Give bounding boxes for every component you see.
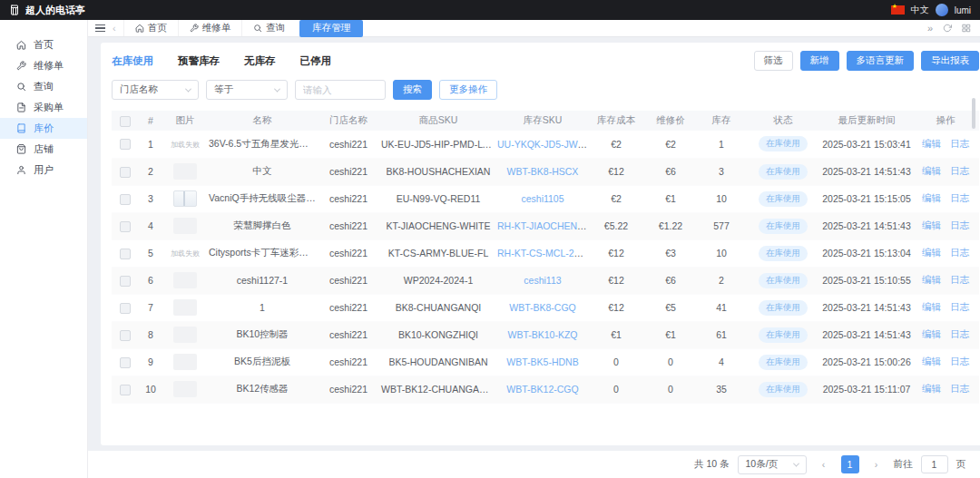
language-switcher[interactable]: 中文: [911, 4, 929, 16]
store-name: ceshi221: [317, 239, 380, 267]
edit-link[interactable]: 编辑: [922, 274, 941, 285]
sidebar-item-book[interactable]: 库价: [0, 118, 87, 139]
sidebar-item-shop[interactable]: 店铺: [0, 139, 87, 160]
more-actions-button[interactable]: 更多操作: [439, 80, 497, 100]
operator-select[interactable]: 等于: [206, 80, 288, 100]
username[interactable]: lumi: [955, 5, 971, 15]
store-name: ceshi221: [317, 212, 380, 239]
sidebar-item-user[interactable]: 用户: [0, 160, 87, 180]
table-row: 6 ceshi1127-1 ceshi221 WP2024-2024-1 ces…: [112, 267, 979, 294]
row-checkbox[interactable]: [120, 385, 131, 395]
stock-quantity: 41: [698, 294, 745, 321]
page-number-button[interactable]: 1: [841, 455, 859, 473]
nav-tab-label: 库存管理: [312, 22, 350, 34]
edit-link[interactable]: 编辑: [922, 219, 941, 230]
product-image: [173, 381, 197, 397]
table-row: 4 荣慧脚撑白色 ceshi221 KT-JIAOCHENG-WHITE RH-…: [112, 212, 979, 239]
stock-sku-link[interactable]: WBT-BK10-KZQ: [507, 329, 577, 340]
row-checkbox[interactable]: [120, 167, 131, 178]
sidebar-item-wrench[interactable]: 维修单: [0, 55, 87, 76]
edit-link[interactable]: 编辑: [922, 301, 941, 312]
nav-tab[interactable]: 查询: [241, 20, 296, 36]
edit-link[interactable]: 编辑: [922, 328, 941, 339]
row-checkbox[interactable]: [120, 194, 131, 205]
select-all-checkbox[interactable]: [120, 116, 131, 127]
edit-link[interactable]: 编辑: [922, 247, 941, 258]
filter-tab[interactable]: 在库使用: [112, 54, 153, 68]
store-name: ceshi221: [317, 376, 380, 403]
forward-tabs-icon[interactable]: »: [927, 23, 933, 34]
stock-sku-link[interactable]: UU-YKQK-JD5-JW-PMD-2109: [497, 139, 589, 150]
log-link[interactable]: 日志: [950, 138, 969, 149]
multilang-update-button[interactable]: 多语言更新: [847, 51, 915, 71]
log-link[interactable]: 日志: [950, 328, 969, 339]
stock-sku-link[interactable]: ceshi113: [524, 275, 561, 286]
table-row: 1 加载失败 36V-6.5寸五角星发光带跑马灯... ceshi221 UK-…: [112, 131, 979, 158]
refresh-icon[interactable]: [943, 24, 952, 33]
filter-tab[interactable]: 已停用: [300, 54, 332, 68]
user-icon: [16, 165, 26, 175]
stock-sku-link[interactable]: WBT-BK5-HDNB: [506, 356, 578, 367]
log-link[interactable]: 日志: [950, 192, 969, 203]
row-index: 3: [139, 185, 162, 212]
add-button[interactable]: 新增: [800, 51, 839, 71]
log-link[interactable]: 日志: [950, 383, 969, 394]
row-checkbox[interactable]: [120, 330, 131, 341]
product-image: 加载失败: [171, 140, 200, 150]
row-index: 1: [139, 131, 162, 158]
next-page-button[interactable]: ›: [867, 455, 886, 473]
sidebar-item-home[interactable]: 首页: [0, 34, 87, 55]
edit-link[interactable]: 编辑: [922, 356, 941, 366]
sidebar-item-label: 用户: [34, 163, 54, 177]
row-checkbox[interactable]: [120, 139, 131, 150]
status-badge: 在库使用: [759, 382, 808, 397]
repair-price: €1: [643, 185, 698, 212]
row-checkbox[interactable]: [120, 303, 131, 314]
edit-link[interactable]: 编辑: [922, 383, 941, 394]
row-checkbox[interactable]: [120, 357, 131, 368]
log-link[interactable]: 日志: [950, 219, 969, 230]
filter-tab[interactable]: 无库存: [244, 54, 276, 68]
search-icon: [16, 82, 26, 92]
stock-quantity: 1: [698, 131, 745, 158]
search-input[interactable]: [295, 80, 386, 100]
search-button[interactable]: 搜索: [393, 80, 432, 100]
log-link[interactable]: 日志: [950, 165, 969, 176]
stock-sku-link[interactable]: WBT-BK8-HSCX: [507, 166, 579, 177]
stock-sku-link[interactable]: RH-KT-CS-MCL-2110: [497, 248, 589, 259]
nav-tab[interactable]: 维修单: [178, 20, 242, 36]
log-link[interactable]: 日志: [950, 274, 969, 285]
row-index: 10: [139, 376, 162, 403]
menu-toggle-icon[interactable]: [95, 24, 105, 33]
export-report-button[interactable]: 导出报表: [921, 51, 979, 71]
avatar[interactable]: [936, 4, 948, 16]
page-size-select[interactable]: 10条/页: [738, 455, 807, 474]
sidebar-item-doc[interactable]: 采购单: [0, 97, 87, 118]
stock-sku-link[interactable]: RH-KT-JIAOCHENG-WHITE: [497, 220, 589, 231]
log-link[interactable]: 日志: [950, 247, 969, 258]
row-checkbox[interactable]: [120, 276, 131, 287]
scrollbar[interactable]: [972, 98, 975, 129]
tabs-navbar: ‹ 首页维修单查询库存管理 »: [88, 20, 980, 37]
goto-page-input[interactable]: [921, 455, 948, 473]
collapse-tabs-icon[interactable]: ‹: [113, 23, 116, 34]
log-link[interactable]: 日志: [950, 301, 969, 312]
filter-button[interactable]: 筛选: [754, 51, 793, 71]
log-link[interactable]: 日志: [950, 356, 969, 366]
edit-link[interactable]: 编辑: [922, 192, 941, 203]
nav-tab[interactable]: 库存管理: [299, 20, 363, 37]
row-checkbox[interactable]: [120, 221, 131, 232]
edit-link[interactable]: 编辑: [922, 165, 941, 176]
row-checkbox[interactable]: [120, 249, 131, 259]
sidebar-item-search[interactable]: 查询: [0, 76, 87, 97]
store-name-select[interactable]: 门店名称: [112, 80, 199, 100]
stock-sku-link[interactable]: WBT-BK8-CGQ: [509, 302, 576, 313]
stock-sku-link[interactable]: WBT-BK12-CGQ: [506, 384, 578, 395]
edit-link[interactable]: 编辑: [922, 138, 941, 149]
prev-page-button[interactable]: ‹: [815, 455, 833, 473]
stock-sku-link[interactable]: ceshi1105: [521, 193, 564, 204]
filter-tab[interactable]: 预警库存: [178, 54, 220, 68]
sidebar-item-label: 店铺: [34, 142, 54, 156]
grid-layout-icon[interactable]: [962, 24, 971, 33]
nav-tab[interactable]: 首页: [123, 20, 178, 36]
